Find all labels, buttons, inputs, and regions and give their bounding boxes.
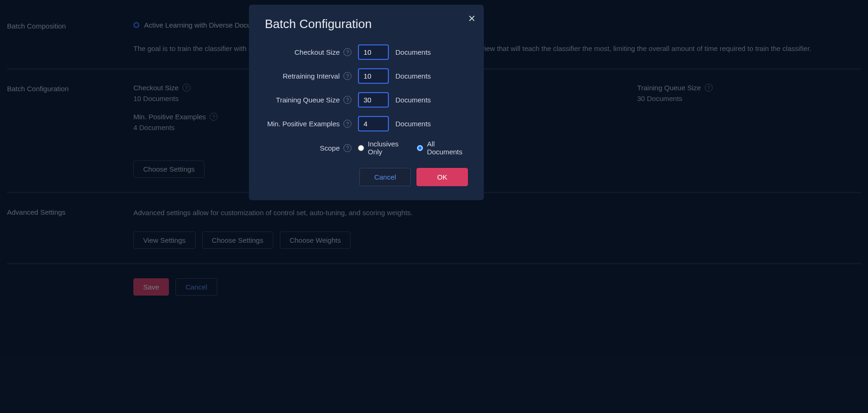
cancel-button[interactable]: Cancel [175, 278, 217, 296]
composition-description: The goal is to train the classifier with… [133, 43, 845, 54]
unit-label: Documents [395, 120, 431, 128]
training-queue-value: 30 Documents [637, 94, 861, 102]
min-positive-label: Min. Positive Examples [267, 120, 340, 128]
unit-label: Documents [395, 72, 431, 80]
help-icon[interactable]: ? [182, 84, 190, 92]
help-icon[interactable]: ? [343, 72, 351, 80]
retraining-interval-input[interactable] [358, 68, 389, 84]
min-positive-label: Min. Positive Examples [133, 113, 206, 121]
modal-ok-button[interactable]: OK [416, 168, 468, 186]
checkout-size-label: Checkout Size [133, 84, 179, 92]
help-icon[interactable]: ? [705, 84, 713, 92]
help-icon[interactable]: ? [343, 48, 351, 56]
radio-active-learning-icon[interactable] [133, 22, 139, 28]
unit-label: Documents [395, 48, 431, 56]
unit-label: Documents [395, 96, 431, 104]
section-title-advanced: Advanced Settings [7, 207, 133, 249]
modal-title: Batch Configuration [265, 17, 468, 31]
min-positive-input[interactable] [358, 116, 389, 131]
training-queue-input[interactable] [358, 92, 389, 108]
scope-inclusives-radio[interactable] [358, 145, 364, 151]
help-icon[interactable]: ? [343, 144, 351, 152]
scope-label: Scope [320, 144, 340, 152]
training-queue-label: Training Queue Size [637, 84, 701, 92]
checkout-size-input[interactable] [358, 44, 389, 60]
save-button[interactable]: Save [133, 278, 169, 296]
batch-configuration-modal: × Batch Configuration Checkout Size ? Do… [249, 5, 484, 200]
help-icon[interactable]: ? [343, 96, 351, 104]
section-title-composition: Batch Composition [7, 21, 133, 54]
section-title-config: Batch Configuration [7, 84, 133, 178]
modal-cancel-button[interactable]: Cancel [359, 168, 411, 186]
scope-inclusives-label: Inclusives Only [368, 140, 410, 156]
scope-all-label: All Documents [427, 140, 468, 156]
help-icon[interactable]: ? [343, 120, 351, 128]
close-icon[interactable]: × [468, 12, 475, 24]
view-settings-button[interactable]: View Settings [133, 232, 196, 249]
choose-weights-button[interactable]: Choose Weights [280, 232, 351, 249]
choose-settings-button[interactable]: Choose Settings [202, 232, 273, 249]
retraining-interval-label: Retraining Interval [283, 72, 340, 80]
advanced-description: Advanced settings allow for customizatio… [133, 207, 845, 218]
scope-all-radio[interactable] [417, 145, 423, 151]
section-page-actions: Save Cancel [7, 263, 861, 310]
help-icon[interactable]: ? [210, 113, 218, 121]
training-queue-label: Training Queue Size [276, 96, 340, 104]
section-advanced-settings: Advanced Settings Advanced settings allo… [7, 192, 861, 263]
choose-settings-button[interactable]: Choose Settings [133, 160, 204, 178]
checkout-size-label: Checkout Size [294, 48, 340, 56]
